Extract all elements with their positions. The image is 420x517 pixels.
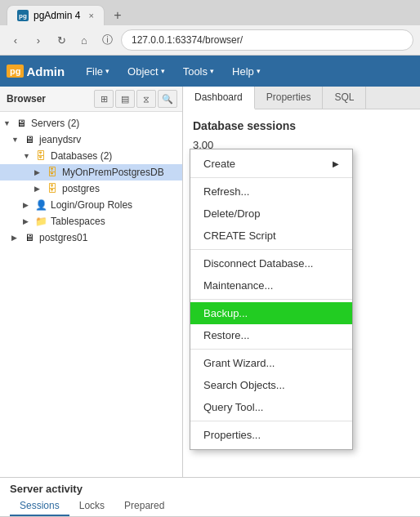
- menu-separator-5: [190, 421, 352, 421]
- tab-properties[interactable]: Properties: [255, 87, 324, 109]
- tab-sql[interactable]: SQL: [323, 87, 366, 109]
- servers-icon: 🖥: [15, 117, 28, 130]
- servers-label: Servers (2): [31, 118, 79, 129]
- menu-item-create-script[interactable]: CREATE Script: [190, 225, 352, 247]
- menu-item-grant-wizard[interactable]: Grant Wizard...: [190, 352, 352, 374]
- activity-tab-prepared[interactable]: Prepared: [114, 497, 174, 516]
- home-button[interactable]: ⌂: [75, 31, 93, 49]
- menu-item-search-objects[interactable]: Search Objects...: [190, 374, 352, 396]
- menu-item-delete-drop[interactable]: Delete/Drop: [190, 203, 352, 225]
- toggle-tablespaces[interactable]: ▶: [23, 217, 34, 225]
- address-bar: ‹ › ↻ ⌂ ⓘ: [0, 25, 420, 55]
- toggle-jeanydsrv[interactable]: ▼: [11, 136, 23, 144]
- databases-icon: 🗄: [34, 149, 47, 163]
- menu-item-refresh[interactable]: Refresh...: [190, 181, 352, 203]
- forward-button[interactable]: ›: [29, 31, 47, 49]
- browser-panel-title: Browser: [5, 93, 92, 105]
- toolbar-search-icon[interactable]: 🔍: [158, 90, 177, 108]
- databases-label: Databases (2): [51, 150, 112, 162]
- login-roles-label: Login/Group Roles: [51, 199, 132, 211]
- menu-separator-3: [190, 299, 352, 300]
- browser-panel: Browser ⊞ ▤ ⧖ 🔍 ▼ 🖥 Servers (2) ▼ 🖥 jean…: [0, 87, 183, 496]
- postgres01-label: postgres01: [39, 232, 87, 243]
- postgres-db-label: postgres: [62, 183, 100, 194]
- db-sessions-title: Database sessions: [193, 119, 410, 132]
- help-menu[interactable]: Help ▾: [224, 62, 269, 81]
- mydb-icon: 🗄: [46, 166, 59, 179]
- menu-separator-2: [190, 249, 352, 250]
- menu-item-backup[interactable]: Backup...: [190, 302, 352, 324]
- activity-tabs: Sessions Locks Prepared: [0, 497, 420, 517]
- jeanydsrv-label: jeanydsrv: [39, 134, 81, 145]
- bottom-bar: Server activity Sessions Locks Prepared: [0, 477, 420, 517]
- header-menu: File ▾ Object ▾ Tools ▾ Help ▾: [78, 62, 269, 81]
- tree-item-tablespaces[interactable]: ▶ 📁 Tablespaces: [0, 213, 182, 230]
- tree-item-servers[interactable]: ▼ 🖥 Servers (2): [0, 115, 182, 131]
- panel-tabs: Dashboard Properties SQL: [183, 87, 420, 109]
- address-input[interactable]: [121, 29, 413, 51]
- activity-tab-sessions[interactable]: Sessions: [10, 497, 69, 516]
- tree-item-databases[interactable]: ▼ 🗄 Databases (2): [0, 148, 182, 164]
- context-menu: Create ▶ Refresh... Delete/Drop CREATE S…: [190, 149, 353, 450]
- pgadmin-title: Admin: [26, 65, 65, 78]
- menu-item-disconnect[interactable]: Disconnect Database...: [190, 252, 352, 274]
- tab-bar: pg pgAdmin 4 × +: [0, 0, 420, 25]
- tab-favicon: pg: [17, 10, 29, 21]
- file-menu[interactable]: File ▾: [78, 62, 118, 81]
- toolbar-filter-icon[interactable]: ⧖: [136, 90, 156, 108]
- activity-tab-locks[interactable]: Locks: [69, 497, 114, 516]
- mydb-label: MyOnPremPostgresDB: [62, 167, 164, 178]
- menu-separator-4: [190, 349, 352, 350]
- tab-label: pgAdmin 4: [34, 10, 80, 21]
- tree-item-postgres-db[interactable]: ▶ 🗄 postgres: [0, 181, 182, 197]
- active-tab[interactable]: pg pgAdmin 4 ×: [7, 5, 105, 25]
- pg-logo-box: pg: [7, 65, 24, 78]
- tree-item-postgres01[interactable]: ▶ 🖥 postgres01: [0, 230, 182, 246]
- tab-dashboard[interactable]: Dashboard: [183, 87, 255, 109]
- info-icon: ⓘ: [98, 31, 116, 49]
- browser-chrome: pg pgAdmin 4 × + ‹ › ↻ ⌂ ⓘ: [0, 0, 420, 56]
- toolbar-table-icon[interactable]: ▤: [115, 90, 135, 108]
- tab-close-button[interactable]: ×: [88, 11, 93, 20]
- new-tab-button[interactable]: +: [108, 6, 127, 25]
- login-roles-icon: 👤: [34, 198, 47, 212]
- menu-item-maintenance[interactable]: Maintenance...: [190, 274, 352, 296]
- toggle-login-roles[interactable]: ▶: [23, 201, 34, 209]
- toolbar-grid-icon[interactable]: ⊞: [94, 90, 114, 108]
- jeanydsrv-icon: 🖥: [23, 133, 36, 146]
- menu-item-restore[interactable]: Restore...: [190, 324, 352, 346]
- server-activity-title: Server activity: [0, 478, 420, 497]
- back-button[interactable]: ‹: [7, 31, 25, 49]
- toggle-postgres-db[interactable]: ▶: [34, 185, 46, 193]
- postgres01-icon: 🖥: [23, 231, 36, 244]
- menu-item-query-tool[interactable]: Query Tool...: [190, 396, 352, 418]
- pgadmin-header: pg Admin File ▾ Object ▾ Tools ▾ Help ▾: [0, 56, 420, 87]
- pgadmin-logo: pg Admin: [7, 65, 65, 78]
- menu-separator-1: [190, 177, 352, 178]
- toggle-databases[interactable]: ▼: [23, 152, 34, 160]
- tablespaces-label: Tablespaces: [51, 216, 105, 227]
- tree-item-login-roles[interactable]: ▶ 👤 Login/Group Roles: [0, 197, 182, 213]
- toggle-postgres01[interactable]: ▶: [11, 234, 23, 242]
- browser-toolbar: Browser ⊞ ▤ ⧖ 🔍: [0, 87, 182, 112]
- tree-item-jeanydsrv[interactable]: ▼ 🖥 jeanydsrv: [0, 131, 182, 148]
- tools-menu[interactable]: Tools ▾: [175, 62, 222, 81]
- reload-button[interactable]: ↻: [52, 31, 70, 49]
- postgres-db-icon: 🗄: [46, 182, 59, 195]
- tablespaces-icon: 📁: [34, 215, 47, 228]
- submenu-arrow-create: ▶: [333, 159, 339, 168]
- toggle-mydb[interactable]: ▶: [34, 168, 46, 176]
- menu-item-create[interactable]: Create ▶: [190, 153, 352, 175]
- tree-item-mydb[interactable]: ▶ 🗄 MyOnPremPostgresDB: [0, 164, 182, 181]
- menu-item-properties[interactable]: Properties...: [190, 424, 352, 446]
- toggle-servers[interactable]: ▼: [3, 119, 15, 127]
- tree-area: ▼ 🖥 Servers (2) ▼ 🖥 jeanydsrv ▼ 🗄 Databa…: [0, 112, 182, 249]
- object-menu[interactable]: Object ▾: [119, 62, 173, 81]
